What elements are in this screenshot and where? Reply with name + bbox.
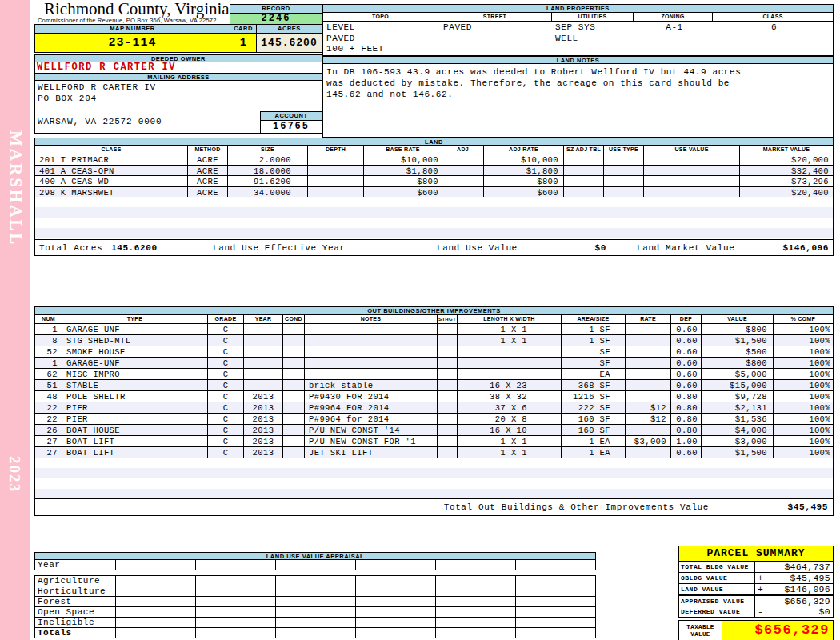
cell-type: GARAGE-UNF	[62, 357, 208, 369]
out-buildings-empty-rows	[34, 458, 834, 499]
year-cell	[435, 559, 516, 570]
cell-cond	[282, 413, 305, 425]
cell-depth	[307, 165, 364, 177]
cell-pct-comp: 100%	[773, 368, 834, 380]
summary-value-cell: + $45,495	[754, 572, 834, 584]
street-value: PAVED	[443, 22, 472, 34]
cell-value: $1,500	[701, 446, 774, 458]
cell-dep: 0.80	[670, 424, 702, 436]
cell-dep: 0.80	[670, 413, 702, 425]
out-building-row: 27 BOAT LIFT C 2013 JET SKI LIFT 1 X 1 1…	[34, 446, 834, 458]
value-cell	[435, 575, 516, 586]
cell-area-size: 160 SF	[561, 413, 626, 425]
cell-sthgt	[437, 402, 458, 414]
cell-market-value: $20,000	[739, 154, 834, 166]
value-cell	[115, 575, 196, 586]
cell-num: 22	[34, 402, 62, 414]
cell-size: 2.0000	[227, 154, 308, 166]
cell-class: 400 A CEAS-WD	[34, 175, 188, 187]
cell-sthgt	[437, 323, 458, 335]
cell-pct-comp: 100%	[773, 379, 834, 391]
value-cell	[435, 617, 516, 628]
cell-depth	[307, 154, 364, 166]
cell-type: BOAT HOUSE	[62, 424, 208, 436]
cell-sthgt	[437, 435, 458, 447]
cell-area-size: 368 SF	[561, 379, 626, 391]
cell-sthgt	[437, 379, 458, 391]
parcel-summary-row: OBLDG VALUE + $45,495	[678, 572, 834, 584]
value-cell	[355, 596, 436, 607]
cell-length-width: 16 X 10	[457, 424, 562, 436]
cell-grade: C	[207, 323, 244, 335]
cell-dep: 0.60	[670, 334, 702, 346]
cell-dep: 0.60	[670, 379, 702, 391]
cell-notes: P#9964 for 2014	[304, 413, 438, 425]
cell-adj	[442, 175, 484, 187]
land-use-value-label: Land Use Value	[437, 243, 518, 253]
land-properties-values: LEVEL PAVED 100 + FEET PAVED SEP SYS WEL…	[322, 21, 834, 56]
cell-adj-rate: $1,800	[483, 165, 564, 177]
cell-dep: 0.80	[670, 390, 702, 402]
cell-rate	[625, 446, 671, 458]
cell-notes	[304, 368, 438, 380]
cell-notes	[304, 323, 438, 335]
parcel-summary-row: TOTAL BLDG VALUE $464,737	[678, 561, 834, 573]
cell-cond	[282, 390, 305, 402]
cell-method: ACRE	[187, 186, 228, 198]
out-building-row: 22 PIER C 2013 P#9964 for 2014 20 X 8 16…	[34, 413, 834, 425]
cell-pct-comp: 100%	[773, 334, 834, 346]
cell-num: 26	[34, 424, 62, 436]
parcel-summary-rows: TOTAL BLDG VALUE $464,737 OBLDG VALUE + …	[678, 561, 834, 618]
cell-length-width: 1 X 1	[457, 446, 562, 458]
cell-method: ACRE	[187, 154, 228, 166]
cell-cond	[282, 446, 305, 458]
value-cell	[275, 596, 356, 607]
cell-type: BOAT LIFT	[62, 446, 208, 458]
cell-value: $1,500	[701, 334, 774, 346]
cell-notes	[304, 346, 438, 358]
value-cell	[435, 606, 516, 618]
map-number-value: 23-114	[34, 33, 230, 53]
cell-use-value	[643, 175, 740, 187]
cell-rate	[625, 357, 671, 369]
parcel-summary-title: PARCEL SUMMARY	[678, 546, 834, 562]
cell-value: $2,131	[701, 402, 774, 414]
value-cell	[195, 627, 276, 638]
value-cell	[275, 586, 356, 597]
cell-notes: P#9430 FOR 2014	[304, 390, 438, 402]
value-cell	[515, 606, 596, 618]
cell-grade: C	[207, 402, 244, 414]
cell-length-width: 16 X 23	[457, 379, 562, 391]
cell-rate	[625, 368, 671, 380]
cell-adj-rate: $800	[483, 175, 564, 187]
cell-pct-comp: 100%	[773, 357, 834, 369]
cell-year: 2013	[243, 390, 283, 402]
summary-sign: -	[758, 606, 763, 617]
cell-area-size: 160 SF	[561, 424, 626, 436]
cell-notes: brick stable	[304, 379, 438, 391]
cell-length-width: 38 X 32	[457, 390, 562, 402]
cell-cond	[282, 357, 305, 369]
out-building-row: 48 POLE SHELTR C 2013 P#9430 FOR 2014 38…	[34, 390, 834, 402]
address-line-1: WELLFORD R CARTER IV	[38, 82, 156, 92]
land-use-year-row: Year	[34, 559, 596, 570]
cell-length-width: 37 X 6	[457, 402, 562, 414]
cell-grade: C	[207, 368, 244, 380]
value-cell	[115, 627, 196, 638]
zoning-value: A-1	[634, 22, 714, 34]
value-cell	[275, 627, 356, 638]
cell-method: ACRE	[187, 175, 228, 187]
value-cell	[515, 575, 596, 586]
out-buildings-total-row: Total Out Buildings & Other Improvements…	[34, 498, 834, 516]
summary-value-cell: $464,737	[754, 561, 834, 573]
cell-notes: P#9964 FOR 2014	[304, 402, 438, 414]
cell-sthgt	[437, 368, 458, 380]
cell-cond	[282, 424, 305, 436]
out-building-row: 1 GARAGE-UNF C 1 X 1 1 SF 0.60 $800 100%	[34, 323, 834, 335]
cell-adj-rate: $10,000	[483, 154, 564, 166]
cell-area-size: 1 EA	[561, 435, 626, 447]
cell-cond	[282, 323, 305, 335]
value-cell	[195, 606, 276, 618]
value-cell	[275, 606, 356, 618]
row-label: Open Space	[34, 606, 116, 618]
